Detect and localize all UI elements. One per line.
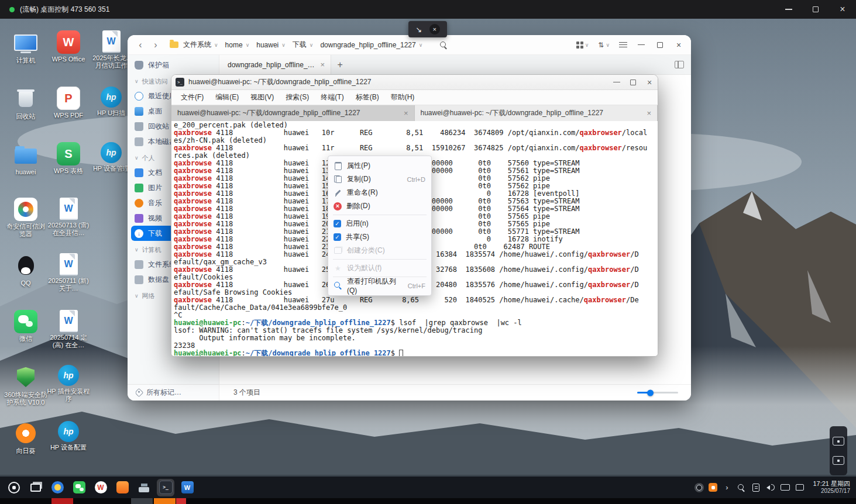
desktop-icon-doc-xinfang[interactable]: W 2025年长龙..月信访工作	[90, 30, 133, 70]
context-menu-item-create-category[interactable]: 创建分类(C)	[328, 244, 431, 257]
desktop-icon-wps-pdf[interactable]: P WPS PDF	[47, 87, 90, 119]
desktop-icon-huawei-folder[interactable]: huawei	[4, 142, 47, 176]
context-menu-item-label: 删除(D)	[346, 201, 370, 211]
context-menu-item-view-print-queue[interactable]: 查看打印机队列(Q) Ctrl+F	[328, 279, 431, 292]
desktop-icon-computer[interactable]: 计算机	[4, 30, 47, 64]
menu-button[interactable]	[615, 35, 631, 54]
tray-icon-input-method[interactable]	[709, 483, 717, 492]
chevron-down-icon[interactable]: ∨	[281, 42, 286, 48]
desktop-icon-360-security[interactable]: 360终端安全防护系统 V10.0	[4, 365, 47, 406]
terminal-minimize-button[interactable]	[609, 75, 625, 89]
context-menu-item-rename[interactable]: 重命名(R)	[328, 186, 431, 199]
tray-icon-keyboard[interactable]	[780, 482, 790, 493]
taskbar-app-terminal[interactable]: >_	[157, 479, 174, 496]
chevron-down-icon[interactable]: ∨	[246, 42, 250, 48]
remote-screen-button-1[interactable]	[833, 437, 844, 446]
fm-minimize-button[interactable]	[632, 35, 650, 54]
terminal-tab-close-icon[interactable]: ×	[647, 109, 651, 118]
taskbar-app-wps[interactable]: W	[92, 479, 109, 496]
desktop-icon-doc-20250714[interactable]: W 20250714 定(高) 在全…	[47, 310, 90, 349]
taskbar-app-launcher[interactable]	[5, 479, 23, 496]
desktop-icon-wechat[interactable]: 微信	[4, 310, 47, 343]
terminal-menu-item[interactable]: 标签(B)	[350, 92, 385, 102]
terminal-menu-item[interactable]: 帮助(H)	[385, 92, 421, 102]
terminal-menu-item[interactable]: 终端(T)	[315, 92, 349, 102]
chevron-down-icon[interactable]: ∨	[310, 42, 314, 48]
desktop-icon-glyph: hp	[106, 148, 116, 157]
tray-icon-tray-expand[interactable]: ›	[721, 482, 732, 493]
breadcrumb-item[interactable]: home ∨	[225, 41, 250, 49]
all-tags-button[interactable]: 所有标记…	[128, 384, 219, 401]
back-button[interactable]: ‹	[133, 40, 147, 50]
terminal-tab-close-icon[interactable]: ×	[404, 109, 408, 118]
tray-icon-brightness[interactable]	[694, 482, 704, 493]
taskbar-app-printer[interactable]	[135, 479, 153, 496]
breadcrumb-item[interactable]: huawei ∨	[256, 41, 286, 49]
terminal-tab-tab-1[interactable]: huawei@huawei-pc: ~/下载/downgrade_hplip_o…	[171, 105, 415, 121]
terminal-menu-item[interactable]: 视图(V)	[245, 92, 280, 102]
context-menu-item-properties[interactable]: 属性(P)	[328, 159, 431, 172]
taskbar-app-word[interactable]: W	[178, 479, 196, 496]
collapse-toolbar-button[interactable]: ↘	[415, 25, 422, 34]
close-button[interactable]: ×	[829, 0, 856, 19]
tab-close-icon[interactable]: ×	[321, 60, 325, 69]
fm-close-button[interactable]: ×	[670, 35, 687, 54]
clock[interactable]: 17:21 星期四 2025/07/17	[813, 480, 850, 495]
tray-icon-notifications[interactable]	[795, 482, 805, 493]
terminal-menu-item[interactable]: 文件(F)	[175, 92, 209, 102]
terminal-tab-tab-2[interactable]: huawei@huawei-pc: ~/下载/downgrade_hplip_o…	[415, 105, 658, 121]
terminal-titlebar[interactable]: >_ huawei@huawei-pc: ~/下载/downgrade_hpli…	[171, 75, 658, 90]
desktop-icon-hp-uscan[interactable]: hp HP U扫描	[90, 87, 133, 117]
taskbar-app-app-orange[interactable]	[114, 479, 131, 496]
tray-icon-clipboard[interactable]	[751, 482, 761, 493]
desktop-icon-recycle-bin[interactable]: 回收站	[4, 87, 47, 120]
search-icon[interactable]	[439, 40, 448, 50]
breadcrumb-item[interactable]: 文件系统 ∨	[183, 40, 218, 50]
desktop-icon-qax-browser[interactable]: 奇安信可信浏览器	[4, 198, 47, 238]
terminal-menu-item[interactable]: 编辑(E)	[209, 92, 245, 102]
context-menu-item-delete[interactable]: 删除(D)	[328, 199, 431, 213]
context-menu-item-share[interactable]: 共享(S)	[328, 230, 431, 244]
maximize-button[interactable]	[802, 0, 829, 19]
file-manager-tab[interactable]: downgrade_hplip_offline_… ×	[219, 55, 331, 74]
icon-size-slider[interactable]	[637, 392, 678, 393]
view-mode-button[interactable]: ∨	[572, 35, 593, 54]
minimize-button[interactable]	[775, 0, 802, 19]
chevron-down-icon[interactable]: ∨	[214, 42, 218, 48]
sort-button[interactable]: ⇅∨	[594, 35, 614, 54]
sidebar-item-vault[interactable]: ∨ 保护箱	[128, 57, 219, 73]
toolbar-close-button[interactable]: ×	[429, 24, 440, 34]
desktop-icon-hp-device-manager[interactable]: hp HP 设备管理	[90, 142, 133, 172]
new-tab-button[interactable]: +	[331, 60, 349, 70]
desktop-icon-doc-20250713[interactable]: W 20250713 (雷) 在全县信…	[47, 198, 90, 237]
chevron-down-icon[interactable]: ∨	[419, 42, 423, 48]
chevron-down-icon: ∨	[135, 155, 139, 161]
desktop-icon-doc-20250711[interactable]: W 20250711 (新) 关于…	[47, 253, 90, 292]
fm-maximize-button[interactable]	[651, 35, 669, 54]
breadcrumb-item[interactable]: 下载 ∨	[293, 40, 314, 50]
breadcrumb-item[interactable]: downgrade_hplip_offline_1227 ∨	[320, 41, 422, 49]
desktop-icon-sunflower[interactable]: 向日葵	[4, 421, 47, 455]
desktop-icon-hp-device-config[interactable]: hp HP 设备配置	[47, 421, 90, 451]
terminal-close-button[interactable]: ×	[641, 75, 658, 89]
tray-icon-volume[interactable]	[765, 482, 776, 493]
taskbar-app-wechat[interactable]	[70, 479, 88, 496]
connection-status-icon	[9, 7, 15, 12]
terminal-maximize-button[interactable]	[625, 75, 641, 89]
desktop-icon-wps-office[interactable]: W WPS Office	[47, 30, 90, 63]
forward-button[interactable]: ›	[149, 40, 163, 50]
slider-knob[interactable]	[647, 389, 654, 396]
desktop-icon-hp-plugin-installer[interactable]: hp HP 插件安装程序	[47, 365, 90, 403]
desktop-icon-qq[interactable]: QQ	[4, 253, 47, 287]
context-menu-item-enable[interactable]: 启用(n)	[328, 217, 431, 230]
desktop-icon-wps-sheet[interactable]: S WPS 表格	[47, 142, 90, 175]
remote-screen-button-2[interactable]	[833, 456, 844, 465]
toggle-sidebar-icon[interactable]	[675, 61, 684, 68]
context-menu-item-copy[interactable]: 复制(D) Ctrl+D	[328, 172, 431, 186]
tray-icon-search[interactable]	[736, 482, 747, 493]
taskbar-app-multitasking[interactable]	[27, 479, 44, 496]
taskbar-app-browser[interactable]	[49, 479, 66, 496]
context-menu-item-set-default[interactable]: 设为默认(f)	[328, 261, 431, 275]
sort-icon: ⇅	[598, 41, 604, 49]
terminal-menu-item[interactable]: 搜索(S)	[280, 92, 315, 102]
